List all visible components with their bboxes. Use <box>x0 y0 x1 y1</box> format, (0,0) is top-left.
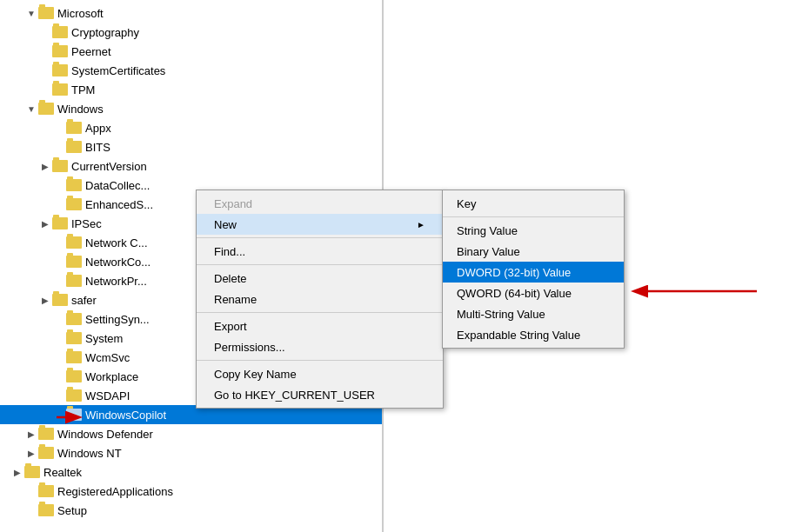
folder-icon-realtek <box>24 466 40 478</box>
context-menu-label-export: Export <box>214 320 247 333</box>
context-menu-label-copykeyname: Copy Key Name <box>214 368 297 381</box>
context-menu: Expand New ► Find... Delete Rename Expor… <box>196 190 444 409</box>
expand-arrow-currentversion[interactable]: ▶ <box>38 162 52 171</box>
folder-icon-registeredapps <box>38 485 54 497</box>
tree-item-windowsnt[interactable]: ▶ Windows NT <box>0 443 382 462</box>
submenu-label-qword64: QWORD (64-bit) Value <box>457 287 572 300</box>
tree-label-workplace: Workplace <box>85 370 138 383</box>
tree-label-networkc: Network C... <box>85 236 148 249</box>
expand-arrow-microsoft[interactable]: ▼ <box>24 9 38 18</box>
tree-label-tpm: TPM <box>71 83 95 96</box>
tree-label-windowsnt: Windows NT <box>57 447 122 460</box>
context-menu-separator-4 <box>197 360 443 361</box>
context-menu-item-copykeyname[interactable]: Copy Key Name <box>197 363 443 384</box>
tree-label-networkpr: NetworkPr... <box>85 275 147 288</box>
submenu-label-expandablestringvalue: Expandable String Value <box>457 329 580 342</box>
folder-icon-networkpr <box>66 275 82 287</box>
submenu-item-dword32[interactable]: DWORD (32-bit) Value <box>443 262 624 283</box>
folder-icon-peernet <box>52 45 68 57</box>
tree-label-system: System <box>85 332 123 345</box>
tree-label-systemcertificates: SystemCertificates <box>71 64 165 77</box>
tree-item-bits[interactable]: BITS <box>0 137 382 156</box>
context-menu-item-delete[interactable]: Delete <box>197 268 443 289</box>
submenu-label-multistringvalue: Multi-String Value <box>457 308 545 321</box>
folder-icon-cryptography <box>52 26 68 38</box>
submenu-label-binaryvalue: Binary Value <box>457 245 520 258</box>
folder-icon-appx <box>66 122 82 134</box>
tree-item-registeredapps[interactable]: RegisteredApplications <box>0 482 382 501</box>
folder-icon-ipsec <box>52 217 68 229</box>
context-menu-label-permissions: Permissions... <box>214 341 285 354</box>
tree-item-windowsdefender[interactable]: ▶ Windows Defender <box>0 424 382 443</box>
tree-item-currentversion[interactable]: ▶ CurrentVersion <box>0 156 382 176</box>
expand-arrow-safer[interactable]: ▶ <box>38 296 52 305</box>
folder-icon-enhanceds <box>66 198 82 210</box>
tree-item-systemcertificates[interactable]: SystemCertificates <box>0 61 382 80</box>
tree-label-datacollect: DataCollec... <box>85 179 150 192</box>
tree-label-windowsdefender: Windows Defender <box>57 428 153 441</box>
folder-icon-workplace <box>66 370 82 382</box>
submenu-item-binaryvalue[interactable]: Binary Value <box>443 241 624 262</box>
tree-item-tpm[interactable]: TPM <box>0 80 382 99</box>
expand-arrow-windows[interactable]: ▼ <box>24 104 38 114</box>
tree-label-windows: Windows <box>57 103 104 116</box>
tree-label-networkco: NetworkCo... <box>85 256 150 269</box>
submenu-item-expandablestringvalue[interactable]: Expandable String Value <box>443 324 624 345</box>
context-menu-item-new[interactable]: New ► <box>197 214 443 235</box>
tree-item-setup[interactable]: Setup <box>0 501 382 520</box>
folder-icon-windowscopilot <box>66 409 82 421</box>
submenu-item-key[interactable]: Key <box>443 193 624 214</box>
context-menu-item-expand[interactable]: Expand <box>197 193 443 214</box>
tree-label-settingsyn: SettingSyn... <box>85 313 150 326</box>
context-menu-item-gotohkcu[interactable]: Go to HKEY_CURRENT_USER <box>197 384 443 405</box>
folder-icon-system <box>66 332 82 344</box>
context-menu-separator-2 <box>197 264 443 265</box>
folder-icon-networkco <box>66 256 82 268</box>
expand-arrow-ipsec[interactable]: ▶ <box>38 219 52 229</box>
expand-arrow-windowsnt[interactable]: ▶ <box>24 449 38 458</box>
tree-item-cryptography[interactable]: Cryptography <box>0 23 382 42</box>
tree-label-cryptography: Cryptography <box>71 26 139 39</box>
tree-label-enhanceds: EnhancedS... <box>85 198 153 211</box>
folder-icon-tpm <box>52 83 68 96</box>
tree-label-bits: BITS <box>85 141 110 154</box>
folder-icon-wsdapi <box>66 389 82 402</box>
folder-icon-datacollect <box>66 179 82 191</box>
context-menu-separator-3 <box>197 312 443 313</box>
submenu-item-multistringvalue[interactable]: Multi-String Value <box>443 303 624 324</box>
folder-icon-windowsnt <box>38 447 54 459</box>
context-menu-item-permissions[interactable]: Permissions... <box>197 336 443 357</box>
submenu-item-stringvalue[interactable]: String Value <box>443 220 624 241</box>
folder-icon-settingsyn <box>66 313 82 325</box>
tree-item-appx[interactable]: Appx <box>0 118 382 137</box>
context-menu-label-expand: Expand <box>214 197 252 210</box>
context-menu-label-delete: Delete <box>214 272 247 285</box>
folder-icon-safer <box>52 294 68 306</box>
tree-label-peernet: Peernet <box>71 45 111 58</box>
tree-label-appx: Appx <box>85 122 111 135</box>
submenu-item-qword64[interactable]: QWORD (64-bit) Value <box>443 283 624 303</box>
submenu-label-stringvalue: String Value <box>457 224 518 237</box>
tree-label-safer: safer <box>71 294 97 307</box>
tree-item-realtek[interactable]: ▶ Realtek <box>0 462 382 482</box>
context-menu-item-rename[interactable]: Rename <box>197 289 443 309</box>
submenu-arrow-new: ► <box>417 220 425 229</box>
tree-label-registeredapps: RegisteredApplications <box>57 485 173 498</box>
submenu-separator-1 <box>443 216 624 217</box>
folder-icon-windowsdefender <box>38 428 54 440</box>
expand-arrow-windowsdefender[interactable]: ▶ <box>24 429 38 439</box>
context-menu-label-new: New <box>214 218 237 231</box>
tree-label-setup: Setup <box>57 504 87 517</box>
tree-item-windows[interactable]: ▼ Windows <box>0 99 382 118</box>
expand-arrow-realtek[interactable]: ▶ <box>10 468 24 477</box>
tree-label-wcmsvc: WcmSvc <box>85 351 130 364</box>
context-menu-separator-1 <box>197 237 443 238</box>
tree-item-peernet[interactable]: Peernet <box>0 42 382 61</box>
context-menu-label-find: Find... <box>214 245 245 258</box>
context-menu-item-find[interactable]: Find... <box>197 241 443 262</box>
folder-icon-microsoft <box>38 7 54 19</box>
context-menu-item-export[interactable]: Export <box>197 316 443 336</box>
tree-item-microsoft[interactable]: ▼ Microsoft <box>0 3 382 23</box>
folder-icon-bits <box>66 141 82 153</box>
tree-label-wsdapi: WSDAPI <box>85 389 130 402</box>
